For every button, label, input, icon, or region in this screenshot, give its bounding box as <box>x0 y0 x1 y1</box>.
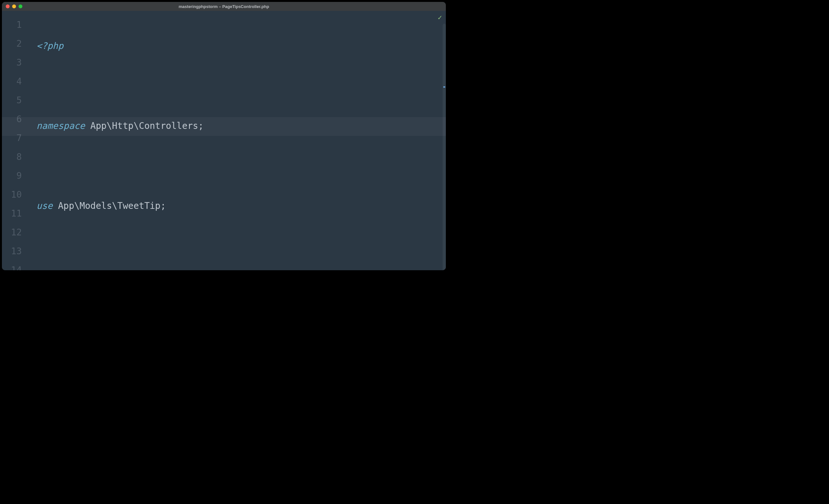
close-icon[interactable] <box>6 4 10 8</box>
line-number[interactable]: 7 <box>2 129 22 147</box>
line-number[interactable]: 1 <box>2 15 22 34</box>
identifier: App\Models\TweetTip; <box>53 201 166 211</box>
window-controls <box>6 4 23 8</box>
zoom-icon[interactable] <box>19 4 23 8</box>
code-line[interactable]: <?php <box>36 36 446 55</box>
line-number[interactable]: 2 <box>2 34 22 53</box>
line-number[interactable]: 3 <box>2 53 22 72</box>
line-number[interactable]: 12 <box>2 223 22 242</box>
code-line[interactable]: use App\Models\TweetTip; <box>36 196 446 215</box>
code-editor[interactable]: 1 2 3 4 5 6 7 8 9 10 11 12 13 14 <?php n… <box>2 11 446 270</box>
vertical-scrollbar[interactable] <box>443 24 446 270</box>
line-number[interactable]: 4 <box>2 72 22 91</box>
line-number-gutter[interactable]: 1 2 3 4 5 6 7 8 9 10 11 12 13 14 <box>2 11 22 270</box>
line-number[interactable]: 14 <box>2 261 22 270</box>
line-number[interactable]: 13 <box>2 242 22 261</box>
code-line[interactable] <box>36 76 446 95</box>
line-number[interactable]: 8 <box>2 147 22 166</box>
editor-window: masteringphpstorm – PageTipsController.p… <box>2 2 446 270</box>
keyword: namespace <box>36 120 85 131</box>
line-number[interactable]: 6 <box>2 110 22 129</box>
line-number[interactable]: 11 <box>2 204 22 223</box>
line-number[interactable]: 5 <box>2 91 22 110</box>
code-area[interactable]: <?php namespace App\Http\Controllers; us… <box>22 11 446 270</box>
line-number[interactable]: 10 <box>2 185 22 204</box>
code-line[interactable] <box>36 236 446 255</box>
code-line[interactable] <box>36 156 446 175</box>
analysis-ok-icon[interactable]: ✓ <box>438 13 442 22</box>
line-number[interactable]: 9 <box>2 166 22 185</box>
php-open-tag: <?php <box>36 41 63 51</box>
minimize-icon[interactable] <box>12 4 16 8</box>
keyword: use <box>36 201 53 211</box>
identifier: App\Http\Controllers; <box>85 120 204 131</box>
window-title: masteringphpstorm – PageTipsController.p… <box>2 4 446 9</box>
code-line[interactable]: namespace App\Http\Controllers; <box>36 116 446 135</box>
titlebar[interactable]: masteringphpstorm – PageTipsController.p… <box>2 2 446 11</box>
